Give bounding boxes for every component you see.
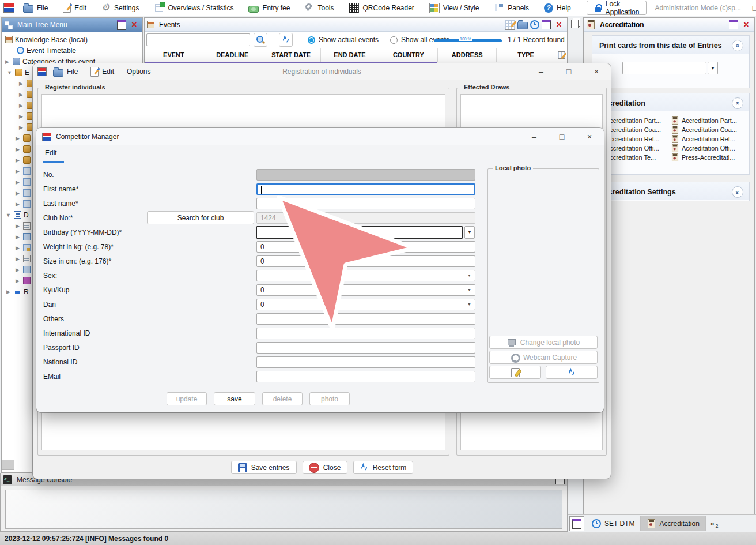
window-minimize-button[interactable]: – xyxy=(527,132,542,141)
window-minimize-button[interactable]: – xyxy=(534,67,549,76)
passport-id-input[interactable] xyxy=(256,342,475,354)
tree-expand-arrow[interactable]: ▶ xyxy=(14,267,21,273)
accreditation-item[interactable]: Accreditation Coa... xyxy=(671,125,747,134)
column-header-event[interactable]: EVENT xyxy=(145,48,203,62)
tree-row[interactable]: Event Timetable xyxy=(2,45,142,56)
menu-help[interactable]: Help xyxy=(538,1,577,16)
tree-expand-arrow[interactable]: ▶ xyxy=(14,234,21,240)
menu-qrcode-reader[interactable]: QRCode Reader xyxy=(342,1,420,16)
tree-row[interactable]: Knowledge Base (local) xyxy=(2,34,142,45)
tab-overflow-button[interactable]: » xyxy=(710,520,715,528)
lock-application-button[interactable]: Lock Application xyxy=(587,1,647,15)
column-chooser-icon[interactable] xyxy=(555,48,567,62)
reset-form-button[interactable]: Reset form xyxy=(353,461,413,474)
accreditation-item[interactable]: Accreditation Offi... xyxy=(671,144,747,153)
accreditation-item[interactable]: Press-Accreditati... xyxy=(671,153,747,162)
tree-expand-arrow[interactable]: ▶ xyxy=(14,146,21,152)
tree-expand-arrow[interactable]: ▶ xyxy=(14,136,21,141)
tree-expand-arrow[interactable]: ▶ xyxy=(14,223,21,229)
show-all-events-radio[interactable] xyxy=(390,36,398,44)
accreditation-item[interactable]: Accreditation Part... xyxy=(671,116,747,125)
size-input[interactable] xyxy=(256,255,475,267)
search-for-club-button[interactable]: Search for club xyxy=(147,211,254,224)
first-name-input[interactable] xyxy=(256,183,475,195)
column-header-country[interactable]: COUNTRY xyxy=(379,48,438,62)
search-button[interactable] xyxy=(254,33,267,47)
others-input[interactable] xyxy=(256,313,475,325)
panel-close-icon[interactable]: × xyxy=(128,20,140,30)
collapse-chevron-icon[interactable]: » xyxy=(732,97,743,109)
last-name-input[interactable] xyxy=(256,198,475,209)
tree-expand-arrow[interactable]: ▶ xyxy=(14,179,21,185)
tree-scrollbar-corner[interactable] xyxy=(2,460,14,470)
tree-expand-arrow[interactable]: ▶ xyxy=(14,278,21,284)
webcam-capture-button[interactable]: Webcam Capture xyxy=(489,351,598,364)
column-header-type[interactable]: TYPE xyxy=(497,48,555,62)
refresh-button[interactable] xyxy=(279,33,293,47)
tree-expand-arrow[interactable]: ▶ xyxy=(14,245,21,251)
kyu-kup-combobox[interactable]: 0▼ xyxy=(256,284,475,296)
save-button[interactable]: save xyxy=(214,392,255,405)
tree-expand-arrow[interactable]: ▶ xyxy=(14,190,21,196)
accreditation-item[interactable]: Accreditation Ref... xyxy=(671,134,747,144)
national-id-input[interactable] xyxy=(256,356,475,368)
menu-edit[interactable]: Edit xyxy=(56,1,93,16)
column-header-start-date[interactable]: START DATE xyxy=(262,48,321,62)
column-header-deadline[interactable]: DEADLINE xyxy=(203,48,262,62)
refresh-photo-button[interactable] xyxy=(546,366,598,379)
close-button[interactable]: Close xyxy=(303,461,347,474)
tree-expand-arrow[interactable]: ▶ xyxy=(14,201,21,207)
window-maximize-button[interactable]: □ xyxy=(753,3,756,13)
window-maximize-button[interactable]: □ xyxy=(561,67,576,76)
window-close-button[interactable]: × xyxy=(582,132,597,141)
clock-icon[interactable] xyxy=(530,20,539,29)
menu-settings[interactable]: Settings xyxy=(95,1,145,16)
menu-overviews-statistics[interactable]: Overviews / Statistics xyxy=(148,1,240,16)
save-entries-button[interactable]: Save entries xyxy=(231,461,297,474)
registration-menu-edit[interactable]: Edit xyxy=(84,64,120,79)
tree-expand-arrow[interactable]: ▶ xyxy=(14,157,21,163)
window-minimize-button[interactable]: – xyxy=(746,3,750,13)
menu-panels[interactable]: Panels xyxy=(487,1,535,16)
international-id-input[interactable] xyxy=(256,328,475,339)
panel-close-icon[interactable]: × xyxy=(740,20,752,30)
registration-menu-options[interactable]: Options xyxy=(120,64,157,79)
tree-expand-arrow[interactable]: ▼ xyxy=(6,70,13,76)
menu-view-style[interactable]: View / Style xyxy=(423,1,485,16)
events-search-input[interactable] xyxy=(146,33,250,46)
dropdown-arrow-button[interactable]: ▼ xyxy=(708,62,718,74)
tree-expand-arrow[interactable]: ▶ xyxy=(18,103,24,108)
birthday-dropdown-button[interactable]: ▼ xyxy=(464,226,475,239)
panel-maximize-icon[interactable] xyxy=(542,20,551,29)
menu-entry-fee[interactable]: Entry fee xyxy=(242,1,296,16)
tree-expand-arrow[interactable]: ▼ xyxy=(5,212,12,218)
tab-accreditation[interactable]: Accreditation xyxy=(641,516,705,531)
menu-file[interactable]: File xyxy=(17,1,54,16)
edit-photo-button[interactable] xyxy=(489,366,541,379)
competitor-menu-edit[interactable]: Edit xyxy=(45,149,57,157)
tree-expand-arrow[interactable]: ▶ xyxy=(18,125,24,130)
sex-combobox[interactable]: ▼ xyxy=(256,270,475,281)
tree-expand-arrow[interactable]: ▶ xyxy=(4,59,10,65)
change-local-photo-button[interactable]: Change local photo xyxy=(489,336,598,349)
tab-set-dtm[interactable]: SET DTM xyxy=(586,516,641,531)
panel-layout-button[interactable] xyxy=(569,516,584,531)
photo-button[interactable]: photo xyxy=(309,392,350,405)
registration-menu-file[interactable]: File xyxy=(47,64,84,79)
window-maximize-button[interactable]: □ xyxy=(554,132,569,141)
email-input[interactable] xyxy=(256,371,475,382)
tree-expand-arrow[interactable]: ▶ xyxy=(14,256,21,262)
window-close-button[interactable]: × xyxy=(589,67,604,76)
update-button[interactable]: update xyxy=(167,392,207,405)
tree-expand-arrow[interactable]: ▶ xyxy=(14,168,21,174)
folder-icon[interactable] xyxy=(517,22,528,29)
menu-tools[interactable]: Tools xyxy=(298,1,340,16)
panel-maximize-icon[interactable] xyxy=(729,20,738,29)
tree-expand-arrow[interactable]: ▶ xyxy=(18,81,24,87)
dan-combobox[interactable]: 0▼ xyxy=(256,299,475,310)
panel-maximize-icon[interactable] xyxy=(117,20,126,30)
tree-expand-arrow[interactable]: ▶ xyxy=(18,92,24,97)
column-header-end-date[interactable]: END DATE xyxy=(321,48,380,62)
weight-input[interactable] xyxy=(256,241,475,253)
collapse-chevron-icon[interactable]: » xyxy=(732,40,743,51)
